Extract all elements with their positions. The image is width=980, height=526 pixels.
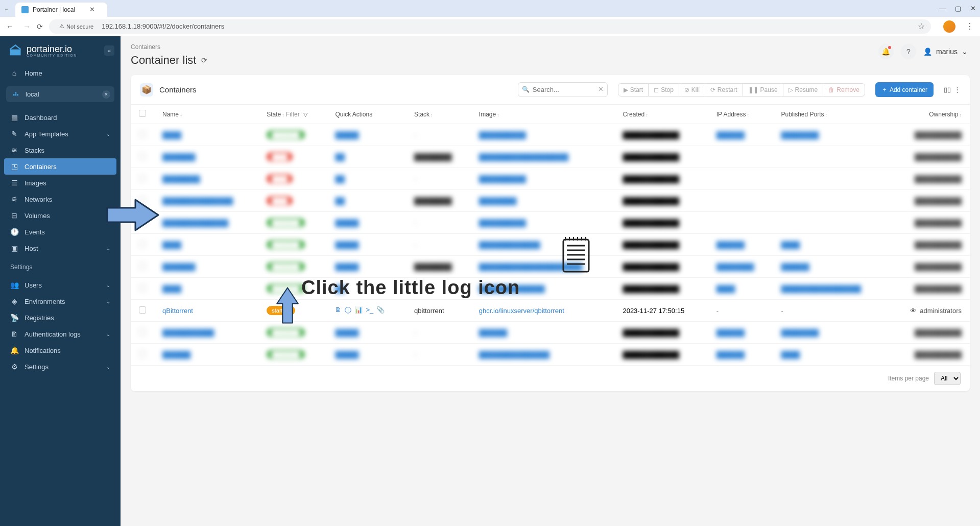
user-menu[interactable]: 👤 marius ⌄ xyxy=(923,47,968,56)
not-secure-label: Not secure xyxy=(66,23,93,30)
sidebar-item-containers[interactable]: ◳Containers xyxy=(4,158,116,175)
sidebar-item-app-templates[interactable]: ✎App Templates⌄ xyxy=(0,126,121,142)
stacks-icon: ≋ xyxy=(10,146,18,154)
page-title: Container list xyxy=(131,54,196,67)
table-row[interactable]: ██████████████-█████████████████████████… xyxy=(131,168,970,190)
more-icon[interactable]: ⋮ xyxy=(954,86,961,93)
container-name-link[interactable]: qBittorrent xyxy=(162,307,193,315)
remove-button[interactable]: 🗑 Remove xyxy=(823,83,865,97)
tab-close-icon[interactable]: ✕ xyxy=(89,6,95,13)
sidebar-collapse-button[interactable]: « xyxy=(104,45,114,56)
nav-forward-icon[interactable]: → xyxy=(23,22,31,31)
url-bar[interactable]: ⚠ Not secure 192.168.1.18:9000/#!/2/dock… xyxy=(49,19,931,34)
environment-close-icon[interactable]: ✕ xyxy=(102,90,110,99)
column-created[interactable]: Created↕ xyxy=(614,105,708,124)
select-all-checkbox[interactable] xyxy=(139,110,146,117)
table-row[interactable]: ████████████████-███████████████████████… xyxy=(131,234,970,256)
sidebar-item-notifications[interactable]: 🔔Notifications xyxy=(0,342,121,358)
chevron-down-icon: ⌄ xyxy=(962,47,968,56)
sidebar-item-auth-logs[interactable]: 🗎Authentication logs⌄ xyxy=(0,326,121,342)
restart-button[interactable]: ⟳ Restart xyxy=(705,83,743,97)
reload-icon[interactable]: ⟳ xyxy=(37,22,43,31)
sidebar-item-settings[interactable]: ⚙Settings⌄ xyxy=(0,358,121,375)
kill-button[interactable]: ⊘ Kill xyxy=(679,83,705,97)
attach-icon[interactable]: 📎 xyxy=(376,306,385,315)
chevron-down-icon: ⌄ xyxy=(106,282,110,288)
add-container-button[interactable]: ＋ Add container xyxy=(875,82,934,97)
filter-icon[interactable]: ▽ xyxy=(303,111,307,117)
nav-back-icon[interactable]: ← xyxy=(6,22,14,31)
table-row[interactable]: ████████████████████████████████████████… xyxy=(131,146,970,168)
items-per-page-select[interactable]: All xyxy=(934,372,961,385)
minimize-icon[interactable]: ― xyxy=(939,5,946,12)
logs-icon[interactable]: 🗎 xyxy=(335,306,342,315)
sidebar-item-images[interactable]: ☰Images xyxy=(0,175,121,191)
security-badge[interactable]: ⚠ Not secure xyxy=(55,22,98,31)
sidebar-item-label: Containers xyxy=(25,163,57,171)
refresh-icon[interactable]: ⟳ xyxy=(201,56,207,64)
sidebar-item-label: Images xyxy=(25,179,46,187)
image-link[interactable]: ghcr.io/linuxserver/qbittorrent xyxy=(479,307,564,315)
sidebar-item-users[interactable]: 👥Users⌄ xyxy=(0,277,121,293)
chrome-menu-icon[interactable]: ⋮ xyxy=(966,21,974,31)
sidebar-item-events[interactable]: 🕐Events xyxy=(0,224,121,240)
logo-subtitle: COMMUNITY EDITION xyxy=(27,54,77,57)
settings-section-title: Settings xyxy=(0,256,121,275)
sidebar-item-environments[interactable]: ◈Environments⌄ xyxy=(0,293,121,309)
search-input[interactable] xyxy=(518,82,608,97)
sidebar-item-volumes[interactable]: ⊟Volumes xyxy=(0,207,121,224)
tab-dropdown-icon[interactable]: ⌄ xyxy=(4,5,13,12)
table-row[interactable]: ███████████████████████-████████████████… xyxy=(131,322,970,344)
sidebar-item-label: Environments xyxy=(25,298,65,305)
pause-button[interactable]: ❚❚ Pause xyxy=(743,83,783,97)
column-ip[interactable]: IP Address↕ xyxy=(708,105,773,124)
sidebar-item-label: Dashboard xyxy=(25,114,57,122)
start-button[interactable]: ▶ Start xyxy=(618,83,649,97)
bookmark-star-icon[interactable]: ☆ xyxy=(918,21,925,31)
sidebar-item-networks[interactable]: ⚟Networks xyxy=(0,191,121,207)
stats-icon[interactable]: 📊 xyxy=(354,306,363,315)
table-row[interactable]: ██████████████████-█████████████████████… xyxy=(131,344,970,366)
sidebar-item-host[interactable]: ▣Host⌄ xyxy=(0,240,121,256)
table-row[interactable]: █████████████-██████████████████████████… xyxy=(131,278,970,300)
containers-table: Name State↕ Filter ▽ Quick Actions Stack… xyxy=(131,105,970,366)
maximize-icon[interactable]: ▢ xyxy=(955,5,961,12)
sidebar-item-dashboard[interactable]: ▦Dashboard xyxy=(0,109,121,126)
column-ownership[interactable]: Ownership↕ xyxy=(889,105,970,124)
table-row[interactable]: ██████████████████████████-█████████████… xyxy=(131,212,970,234)
sidebar-item-registries[interactable]: 📡Registries xyxy=(0,309,121,326)
profile-avatar-icon[interactable] xyxy=(943,20,955,33)
table-row[interactable]: ████████████████████████████████████████… xyxy=(131,190,970,212)
auth-logs-icon: 🗎 xyxy=(10,330,18,338)
browser-tab[interactable]: Portainer | local ✕ xyxy=(15,3,107,17)
resume-button[interactable]: ▷ Resume xyxy=(783,83,824,97)
sidebar-item-stacks[interactable]: ≋Stacks xyxy=(0,142,121,158)
column-stack[interactable]: Stack↕ xyxy=(406,105,471,124)
close-window-icon[interactable]: ✕ xyxy=(970,5,976,12)
table-row-qbittorrent[interactable]: qBittorrent starting 🗎 ⓘ 📊 >_ 📎 qbittorr… xyxy=(131,300,970,322)
username: marius xyxy=(936,47,958,56)
sidebar-item-home[interactable]: ⌂ Home xyxy=(0,65,121,81)
inspect-icon[interactable]: ⓘ xyxy=(345,306,351,315)
search-clear-icon[interactable]: ✕ xyxy=(598,85,604,93)
console-icon[interactable]: >_ xyxy=(366,306,373,315)
column-image[interactable]: Image↕ xyxy=(471,105,615,124)
dashboard-icon: ▦ xyxy=(10,113,18,122)
containers-icon: ◳ xyxy=(10,162,18,171)
row-checkbox[interactable] xyxy=(139,306,146,314)
help-icon[interactable]: ? xyxy=(901,44,916,59)
table-row[interactable]: ████████████████████████████████████████… xyxy=(131,256,970,278)
column-ports[interactable]: Published Ports↕ xyxy=(773,105,888,124)
column-state[interactable]: State↕ Filter ▽ xyxy=(258,105,327,124)
items-per-page-label: Items per page xyxy=(888,375,929,382)
environment-badge[interactable]: local ✕ xyxy=(6,86,114,102)
table-row[interactable]: ████████████████-███████████████████████… xyxy=(131,124,970,146)
columns-icon[interactable]: ▯▯ xyxy=(944,86,951,93)
notifications-bell-icon[interactable]: 🔔 xyxy=(878,44,894,59)
svg-rect-1 xyxy=(13,94,15,95)
column-name[interactable]: Name xyxy=(154,105,258,124)
stop-button[interactable]: ◻ Stop xyxy=(649,83,679,97)
panel-title: Containers xyxy=(159,85,197,94)
svg-rect-4 xyxy=(15,92,16,93)
sidebar-item-label: App Templates xyxy=(25,130,68,138)
